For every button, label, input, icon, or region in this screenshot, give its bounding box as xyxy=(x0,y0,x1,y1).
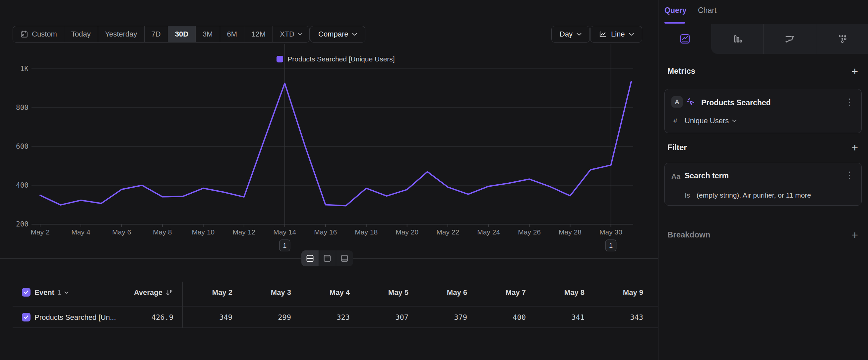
y-axis-label: 600 xyxy=(16,142,29,150)
date-column-header[interactable]: May 6 xyxy=(417,288,467,297)
filter-operator[interactable]: Is xyxy=(685,191,690,199)
date-cell-value: 323 xyxy=(300,313,350,322)
chart-view-icon xyxy=(322,254,332,263)
x-axis-label: May 12 xyxy=(232,228,255,236)
layout-table-button[interactable] xyxy=(336,250,353,266)
tab-flows[interactable] xyxy=(763,24,816,54)
tab-retention[interactable] xyxy=(816,24,868,54)
date-column-header[interactable]: May 3 xyxy=(241,288,291,297)
tab-insights[interactable] xyxy=(658,24,711,54)
layout-chart-button[interactable] xyxy=(318,250,336,266)
tab-chart[interactable]: Chart xyxy=(698,6,716,15)
layout-split-button[interactable] xyxy=(301,250,318,266)
metrics-heading: Metrics xyxy=(668,66,695,76)
measure-label: Unique Users xyxy=(685,116,729,125)
x-axis-label: May 6 xyxy=(112,228,131,236)
row-average-value: 426.9 xyxy=(152,313,174,322)
average-column-header[interactable]: Average xyxy=(134,288,174,297)
metric-letter-badge: A xyxy=(672,96,683,108)
date-cell-value: 379 xyxy=(417,313,467,322)
check-icon xyxy=(24,315,29,320)
metric-menu-button[interactable]: ⋮ xyxy=(845,98,854,107)
line-chart-svg: 2004006008001KMay 2May 4May 6May 8May 10… xyxy=(0,0,658,262)
table-header-border xyxy=(12,306,658,307)
date-column-header[interactable]: May 9 xyxy=(593,288,643,297)
select-all-checkbox[interactable] xyxy=(22,288,31,297)
chevron-down-icon xyxy=(64,291,69,294)
report-type-tabs-inactive xyxy=(711,24,868,54)
date-cell-value: 349 xyxy=(183,313,232,322)
date-column-header[interactable]: May 5 xyxy=(359,288,408,297)
event-column-header[interactable]: Event 1 xyxy=(34,288,69,297)
event-count: 1 xyxy=(57,288,61,297)
sort-icon xyxy=(165,288,174,297)
x-axis-label: May 16 xyxy=(314,228,337,236)
row-checkbox[interactable] xyxy=(22,313,31,322)
event-label: Event xyxy=(34,288,54,297)
chevron-down-icon xyxy=(732,119,737,122)
breakdown-heading: Breakdown xyxy=(668,230,710,240)
x-axis-label: May 8 xyxy=(153,228,172,236)
check-icon xyxy=(24,290,29,295)
date-cell-value: 400 xyxy=(476,313,526,322)
query-panel: Query Chart xyxy=(658,0,868,360)
filter-heading: Filter xyxy=(668,143,687,152)
active-tab-underline xyxy=(664,22,685,24)
metric-card[interactable]: A Products Searched ⋮ # Unique Users xyxy=(664,89,862,133)
x-axis-label: May 24 xyxy=(477,228,500,236)
annotation-badge-label: 1 xyxy=(283,242,286,249)
x-axis-label: May 2 xyxy=(31,228,50,236)
x-axis-label: May 26 xyxy=(518,228,541,236)
table-row-border xyxy=(12,328,658,328)
y-axis-label: 800 xyxy=(16,104,29,112)
date-column-header[interactable]: May 7 xyxy=(476,288,526,297)
y-axis-label: 200 xyxy=(16,220,29,228)
y-axis-label: 400 xyxy=(16,181,29,189)
date-column-header[interactable]: May 2 xyxy=(183,288,232,297)
filter-value[interactable]: (empty string), Air purifier, or 11 more xyxy=(696,191,811,199)
x-axis-label: May 20 xyxy=(396,228,418,236)
bar-chart-icon xyxy=(732,33,743,45)
add-breakdown-button[interactable]: + xyxy=(851,229,858,241)
x-axis-label: May 4 xyxy=(71,228,91,236)
string-type-icon: Aa xyxy=(672,172,680,180)
table-view-icon xyxy=(340,254,349,263)
metric-name[interactable]: Products Searched xyxy=(701,98,771,107)
average-label: Average xyxy=(134,288,162,297)
date-cell-value: 343 xyxy=(593,313,643,322)
add-metric-button[interactable]: + xyxy=(851,65,858,77)
report-type-tabs xyxy=(658,24,868,54)
date-column-header[interactable]: May 4 xyxy=(300,288,350,297)
filter-menu-button[interactable]: ⋮ xyxy=(845,171,854,180)
retention-dots-icon xyxy=(836,33,848,45)
filter-property-name[interactable]: Search term xyxy=(685,171,729,180)
row-event-name[interactable]: Products Searched [Un... xyxy=(34,313,116,322)
x-axis-label: May 14 xyxy=(273,228,296,236)
date-cell-value: 341 xyxy=(535,313,585,322)
event-click-icon xyxy=(686,97,696,107)
split-view-icon xyxy=(305,254,315,263)
insights-icon xyxy=(679,33,691,45)
date-cell-value: 307 xyxy=(359,313,408,322)
y-axis-label: 1K xyxy=(20,65,29,73)
x-axis-label: May 18 xyxy=(355,228,378,236)
filter-card[interactable]: Aa Search term ⋮ Is (empty string), Air … xyxy=(664,163,862,205)
x-axis-label: May 28 xyxy=(559,228,582,236)
measure-selector[interactable]: Unique Users xyxy=(685,116,737,125)
measure-prefix: # xyxy=(673,117,677,125)
flows-icon xyxy=(784,33,796,45)
annotation-badge-label: 1 xyxy=(609,242,613,249)
tab-funnels[interactable] xyxy=(711,24,763,54)
main-canvas: CustomTodayYesterday7D30D3M6M12MXTD Comp… xyxy=(0,0,658,360)
series-line xyxy=(40,81,631,205)
tab-query[interactable]: Query xyxy=(664,6,686,15)
x-axis-label: May 10 xyxy=(192,228,215,236)
date-column-header[interactable]: May 8 xyxy=(535,288,585,297)
x-axis-label: May 22 xyxy=(436,228,459,236)
add-filter-button[interactable]: + xyxy=(851,142,858,153)
x-axis-label: May 30 xyxy=(599,228,622,236)
date-cell-value: 299 xyxy=(241,313,291,322)
layout-toggle xyxy=(301,250,353,266)
line-chart[interactable]: 2004006008001KMay 2May 4May 6May 8May 10… xyxy=(0,0,658,262)
